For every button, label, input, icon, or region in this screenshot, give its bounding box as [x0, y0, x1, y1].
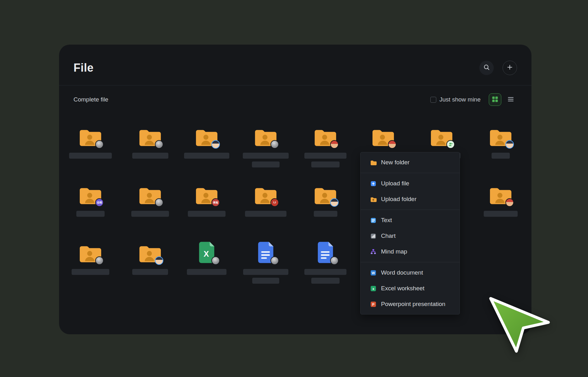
- svg-text:W: W: [372, 271, 375, 275]
- folder-icon: [127, 123, 174, 148]
- file-name-placeholder: [304, 153, 346, 159]
- green-cursor-pointer: [486, 295, 552, 354]
- menu-item-label: Mind map: [381, 248, 407, 255]
- file-name-placeholder: [131, 211, 169, 217]
- folder-icon: LI: [242, 181, 289, 206]
- file-name-placeholder: [187, 269, 226, 275]
- menu-divider: [361, 173, 460, 173]
- folder-icon: [127, 181, 174, 206]
- svg-text:x: x: [372, 287, 374, 290]
- file-name-placeholder: [72, 269, 109, 275]
- menu-item-chart[interactable]: Chart: [361, 228, 460, 244]
- folder-icon: [242, 123, 289, 148]
- file-item[interactable]: [242, 239, 289, 284]
- file-item[interactable]: 志程: [67, 181, 114, 217]
- cat-avatar: [211, 256, 220, 265]
- boy-avatar: [330, 198, 339, 207]
- menu-item-word[interactable]: WWord document: [361, 265, 460, 281]
- file-item[interactable]: [67, 239, 114, 275]
- file-item[interactable]: [302, 239, 349, 284]
- menu-divider: [361, 262, 460, 262]
- girl-avatar: [388, 140, 396, 149]
- file-name-placeholder: [492, 153, 510, 159]
- menu-item-label: Word document: [381, 269, 423, 276]
- svg-text:X: X: [204, 249, 209, 258]
- menu-item-mind-map[interactable]: Mind map: [361, 244, 460, 260]
- desktop-background: File: [0, 0, 588, 377]
- cat-avatar: [270, 140, 279, 149]
- file-item[interactable]: [477, 123, 524, 159]
- excel-icon: x: [370, 285, 377, 292]
- cat-avatar: [330, 256, 339, 265]
- menu-item-ppt[interactable]: PPowerpoint presentation: [361, 296, 460, 312]
- ppt-icon: P: [370, 301, 377, 308]
- file-name-placeholder: [184, 153, 229, 159]
- boy-avatar: [211, 140, 220, 149]
- initials-avatar: 志程: [95, 198, 104, 207]
- file-item[interactable]: [477, 181, 524, 217]
- menu-item-label: New folder: [381, 159, 410, 166]
- folder-icon: [477, 123, 524, 148]
- svg-text:P: P: [372, 302, 374, 306]
- text-file-icon: [370, 217, 377, 224]
- menu-item-new-folder[interactable]: New folder: [361, 155, 460, 170]
- member-add-icon: [446, 140, 455, 149]
- menu-item-label: Powerpoint presentation: [381, 301, 445, 308]
- menu-item-text[interactable]: Text: [361, 212, 460, 228]
- cat-avatar: [95, 256, 104, 265]
- cat-avatar: [270, 256, 279, 265]
- file-name-placeholder: [243, 269, 288, 275]
- mindmap-icon: [370, 249, 377, 255]
- menu-item-label: Upload file: [381, 180, 409, 187]
- file-item[interactable]: [127, 123, 174, 159]
- excel-file-icon: X: [183, 239, 230, 264]
- file-item[interactable]: [127, 239, 174, 275]
- folder-icon: [302, 181, 349, 206]
- upload-file-icon: [370, 180, 377, 187]
- file-item[interactable]: [127, 181, 174, 217]
- menu-item-upload-folder[interactable]: Upload folder: [361, 191, 460, 207]
- file-item[interactable]: [302, 123, 349, 167]
- file-name-placeholder: [76, 211, 105, 217]
- menu-item-label: Text: [381, 217, 392, 224]
- file-name-placeholder: [252, 278, 279, 284]
- menu-divider: [361, 210, 460, 210]
- file-name-placeholder: [484, 211, 518, 217]
- menu-item-label: Chart: [381, 232, 395, 239]
- file-item[interactable]: X: [183, 239, 230, 275]
- upload-folder-icon: [370, 196, 377, 203]
- folder-icon: [418, 123, 465, 148]
- cat-avatar: [155, 140, 163, 149]
- folder-icon: [302, 123, 349, 148]
- folder-icon: [67, 123, 114, 148]
- file-name-placeholder: [252, 161, 280, 167]
- menu-item-label: Excel worksheet: [381, 285, 424, 292]
- file-item[interactable]: 推短: [183, 181, 230, 217]
- file-name-placeholder: [69, 153, 112, 159]
- folder-icon: [370, 159, 377, 166]
- folder-icon: [183, 123, 230, 148]
- file-item[interactable]: LI: [242, 181, 289, 217]
- folder-icon: 志程: [67, 181, 114, 206]
- file-manager-window: File: [59, 45, 531, 334]
- menu-item-upload-file[interactable]: Upload file: [361, 176, 460, 191]
- file-item[interactable]: [302, 181, 349, 217]
- folder-icon: [477, 181, 524, 206]
- file-name-placeholder: [243, 153, 289, 159]
- folder-icon: [67, 239, 114, 264]
- girl-avatar: [330, 140, 339, 149]
- chart-file-icon: [370, 233, 377, 239]
- file-item[interactable]: [67, 123, 114, 159]
- file-name-placeholder: [245, 211, 286, 217]
- menu-item-excel[interactable]: xExcel worksheet: [361, 281, 460, 296]
- file-name-placeholder: [188, 211, 226, 217]
- file-grid: 志程 推短 LI X: [59, 45, 531, 334]
- cat-avatar: [155, 198, 163, 207]
- file-name-placeholder: [311, 161, 340, 167]
- file-name-placeholder: [132, 269, 168, 275]
- file-name-placeholder: [132, 153, 168, 159]
- file-name-placeholder: [304, 269, 346, 275]
- file-item[interactable]: [183, 123, 230, 159]
- cat-avatar: [95, 140, 104, 149]
- file-item[interactable]: [242, 123, 289, 167]
